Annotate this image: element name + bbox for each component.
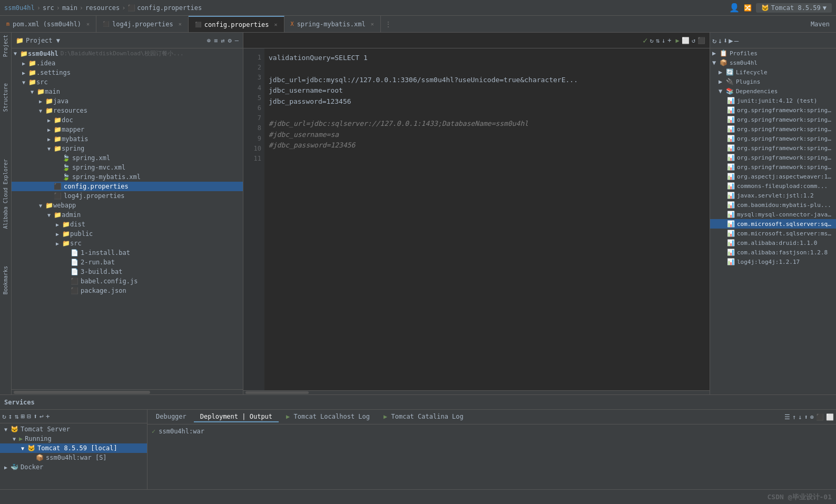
dep-log4j[interactable]: 📊 log4j:log4j:1.2.17 xyxy=(710,257,836,266)
bookmarks-side-tab[interactable]: Bookmarks xyxy=(3,266,8,294)
tab-spring-mybatis[interactable]: X spring-mybatis.xml ✕ xyxy=(284,16,381,32)
dep-mybatis-plus[interactable]: 📊 com.baomidou:mybatis-plu... xyxy=(710,200,836,210)
expand-all-icon[interactable]: ⇄ xyxy=(221,37,224,44)
service-tomcat-server[interactable]: ▼ 🐱 Tomcat Server xyxy=(0,424,147,434)
refresh-icon[interactable]: ↻ xyxy=(650,37,654,44)
close-icon[interactable]: ✕ xyxy=(179,21,182,27)
tree-doc[interactable]: ▶ 📁 doc xyxy=(12,115,243,125)
path1[interactable]: src xyxy=(43,4,54,12)
horizontal-scrollbar[interactable] xyxy=(243,390,710,394)
tree-spring[interactable]: ▼ 📁 spring xyxy=(12,144,243,153)
tree-install-bat[interactable]: ▶ 📄 1-install.bat xyxy=(12,248,243,258)
dep-aspectj[interactable]: 📊 org.aspectj:aspectweaver:1.... xyxy=(710,172,836,181)
services-reload-icon[interactable]: ↻ xyxy=(2,412,6,420)
tree-admin[interactable]: ▼ 📁 admin xyxy=(12,210,243,220)
tree-babel-config[interactable]: ▶ ⬛ babel.config.js xyxy=(12,276,243,286)
dep-fastjson[interactable]: 📊 com.alibaba:fastjson:1.2.8 xyxy=(710,248,836,257)
services-sort-icon[interactable]: ⬆ xyxy=(33,412,37,420)
dep-druid[interactable]: 📊 com.alibaba:druid:1.1.0 xyxy=(710,238,836,248)
maven-tab[interactable]: Maven xyxy=(804,21,836,28)
play-icon[interactable]: ▶ xyxy=(676,37,680,44)
services-copy-icon[interactable]: ⬆ xyxy=(804,413,808,421)
tree-public[interactable]: ▶ 📁 public xyxy=(12,229,243,239)
close-icon[interactable]: ✕ xyxy=(86,21,90,27)
tree-main[interactable]: ▼ 📁 main xyxy=(12,87,243,96)
tree-webapp[interactable]: ▼ 📁 webapp xyxy=(12,201,243,210)
server-button[interactable]: 🐱 Tomcat 8.5.59 ▼ xyxy=(756,3,832,13)
tree-spring-mybatis[interactable]: ▶ 🍃 spring-mybatis.xml xyxy=(12,172,243,182)
tree-resources[interactable]: ▼ 📁 resources xyxy=(12,106,243,115)
maven-project[interactable]: ▼ 📦 ssm0u4hl xyxy=(710,58,836,67)
dep-jstl[interactable]: 📊 javax.servlet:jstl:1.2 xyxy=(710,191,836,200)
tree-mapper[interactable]: ▶ 📁 mapper xyxy=(12,125,243,134)
tree-dist[interactable]: ▶ 📁 dist xyxy=(12,220,243,229)
tree-package-json[interactable]: ▶ ⬛ package.json xyxy=(12,286,243,295)
user-icon[interactable]: 👤 xyxy=(729,3,740,13)
save-checkmark[interactable]: ✓ xyxy=(643,35,648,45)
maven-refresh-icon[interactable]: ↻ xyxy=(712,36,716,45)
tab-localhost-log[interactable]: ▶ Tomcat Localhost Log xyxy=(280,412,376,422)
maven-profiles[interactable]: ▶ 📋 Profiles xyxy=(710,48,836,58)
maven-run-icon[interactable]: ▶ xyxy=(729,36,733,45)
tree-webapp-src[interactable]: ▶ 📁 src xyxy=(12,239,243,248)
project-name[interactable]: ssm0u4hl xyxy=(4,4,35,12)
path2[interactable]: main xyxy=(62,4,77,12)
rerun-icon[interactable]: ↺ xyxy=(692,37,695,44)
tab-more-button[interactable]: ⋮ xyxy=(381,21,396,28)
tab-catalina-log[interactable]: ▶ Tomcat Catalina Log xyxy=(377,412,470,422)
service-war[interactable]: ▶ 📦 ssm0u4hl:war [S] xyxy=(0,453,147,462)
services-clear-icon[interactable]: ⬛ xyxy=(816,413,824,421)
sync-icon[interactable]: ⇅ xyxy=(656,37,660,44)
maven-download2-icon[interactable]: ⬇ xyxy=(723,36,727,45)
tab-config[interactable]: ⬛ config.properties ✕ xyxy=(189,16,284,32)
tab-pom[interactable]: m pom.xml (ssm0u4hl) ✕ xyxy=(0,16,96,32)
services-import-icon[interactable]: ↩ xyxy=(40,412,44,420)
dep-fileupload[interactable]: 📊 commons-fileupload:comm... xyxy=(710,181,836,191)
services-up-icon[interactable]: ↑ xyxy=(792,413,796,421)
tree-idea[interactable]: ▶ 📁 .idea xyxy=(12,58,243,68)
dep-spring7[interactable]: 📊 org.springframework:spring... xyxy=(710,162,836,172)
minimize-icon[interactable]: — xyxy=(235,37,239,44)
services-add2-icon[interactable]: + xyxy=(46,412,50,420)
tree-root[interactable]: ▼ 📁 ssm0u4hl D:\BaiduNetdiskDownload\校园订… xyxy=(12,48,243,58)
close-icon[interactable]: ✕ xyxy=(274,22,278,27)
tab-deployment[interactable]: Deployment | Output xyxy=(194,412,279,422)
maven-download-icon[interactable]: ↓ xyxy=(717,36,722,45)
services-expand-icon[interactable]: ⇅ xyxy=(15,412,19,420)
plus-icon[interactable]: + xyxy=(667,37,671,44)
services-down-icon[interactable]: ↓ xyxy=(798,413,802,421)
tree-java[interactable]: ▶ 📁 java xyxy=(12,96,243,106)
services-filter-icon[interactable]: ⊟ xyxy=(27,412,31,420)
code-editor[interactable]: validationQuery=SELECT 1 jdbc_url=jdbc:m… xyxy=(264,48,710,390)
tab-log4j[interactable]: ⬛ log4j.properties ✕ xyxy=(96,16,189,32)
debug-icon[interactable]: ⬛ xyxy=(697,37,705,44)
dep-sqlserver2[interactable]: 📊 com.microsoft.sqlserver:mss... xyxy=(710,229,836,238)
tree-spring-mvc[interactable]: ▶ 🍃 spring-mvc.xml xyxy=(12,163,243,172)
services-add-icon[interactable]: ⊞ xyxy=(21,412,25,420)
maven-dependencies[interactable]: ▼ 📚 Dependencies xyxy=(710,86,836,96)
dep-spring2[interactable]: 📊 org.springframework:spring... xyxy=(710,115,836,124)
structure-side-tab[interactable]: Structure xyxy=(3,83,8,112)
tree-build-bat[interactable]: ▶ 📄 3-build.bat xyxy=(12,267,243,276)
services-menu-icon[interactable]: ☰ xyxy=(784,413,790,421)
dep-spring6[interactable]: 📊 org.springframework:spring... xyxy=(710,153,836,162)
service-running[interactable]: ▼ ▶ Running xyxy=(0,434,147,443)
tree-spring-xml[interactable]: ▶ 🍃 spring.xml xyxy=(12,153,243,163)
collapse-all-icon[interactable]: ≡ xyxy=(214,37,218,44)
maven-minimize-icon[interactable]: — xyxy=(734,36,739,45)
service-docker[interactable]: ▶ 🐳 Docker xyxy=(0,462,147,472)
dep-spring3[interactable]: 📊 org.springframework:spring... xyxy=(710,124,836,134)
maven-lifecycle[interactable]: ▶ 🔄 Lifecycle xyxy=(710,67,836,77)
path3[interactable]: resources xyxy=(85,4,120,12)
vcs-icon[interactable]: 🔀 xyxy=(744,4,752,12)
project-side-tab[interactable]: Project xyxy=(3,35,8,57)
tree-config-props[interactable]: ▶ ⬛ config.properties xyxy=(12,182,243,191)
locate-icon[interactable]: ⊕ xyxy=(207,37,211,44)
tree-log4j-props[interactable]: ▶ ⬛ log4j.properties xyxy=(12,191,243,201)
download-icon[interactable]: ↓ xyxy=(662,37,665,44)
tree-mybatis[interactable]: ▶ 📁 mybatis xyxy=(12,134,243,144)
maven-plugins[interactable]: ▶ 🔌 Plugins xyxy=(710,77,836,86)
dep-sqlserver[interactable]: 📊 com.microsoft.sqlserver:sqlj... xyxy=(710,219,836,229)
dep-junit[interactable]: 📊 junit:junit:4.12 (test) xyxy=(710,96,836,105)
tree-settings[interactable]: ▶ 📁 .settings xyxy=(12,68,243,77)
